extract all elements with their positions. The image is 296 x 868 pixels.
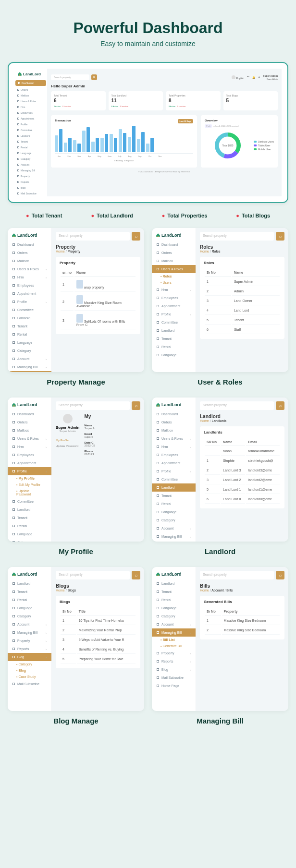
expand-icon[interactable]: ⛶ (247, 76, 249, 79)
table-row[interactable]: 3Land Owner (205, 297, 280, 305)
search-input[interactable]: Search property (56, 571, 130, 579)
sidebar-item-rental[interactable]: Rental (14, 145, 47, 150)
table-row[interactable]: 2Maximizing Your Rental Prop (61, 626, 136, 635)
sidebar-item[interactable]: Profile› (152, 467, 196, 475)
sidebar-item[interactable]: Mailbox (152, 426, 196, 434)
table-row[interactable]: 5Land Lord 1landlord1@eme (205, 485, 280, 494)
sidebar-item[interactable]: Language (8, 530, 51, 538)
sidebar-item-profile[interactable]: Profile (14, 121, 47, 127)
sidebar-item[interactable]: Reports› (152, 657, 196, 665)
sidebar-item-property[interactable]: Property (14, 173, 47, 179)
table-row[interactable]: 35 Ways to Add Value to Your R (61, 636, 136, 644)
sidebar-item[interactable]: Category (8, 538, 51, 542)
sidebar-item[interactable]: Account› (8, 355, 51, 363)
sidebar-item[interactable]: Users & Roles› (8, 265, 51, 273)
table-row[interactable]: 3Land Lord 2landlord2@eme (205, 476, 280, 484)
sidebar-item[interactable]: Language (152, 604, 196, 612)
submenu-item[interactable]: • Generate Bill (152, 643, 196, 649)
sidebar-item[interactable]: Tenant (152, 492, 196, 500)
sidebar-item[interactable]: Mail Subscribe (8, 680, 51, 688)
submenu-item[interactable]: • Case Study (8, 674, 51, 680)
sidebar-item[interactable]: Language (8, 604, 51, 612)
sidebar-item[interactable]: Account› (152, 620, 196, 628)
sidebar-item-mail-subscribe[interactable]: Mail Subscribe (14, 191, 47, 196)
search-input[interactable]: Search property (200, 232, 274, 241)
table-row[interactable]: 2Massive King Size Bedroom (205, 626, 280, 635)
sidebar-item[interactable]: Hrm› (152, 443, 196, 451)
sidebar-item-category[interactable]: Category (14, 156, 47, 162)
sidebar-item[interactable]: Managing Bill› (152, 628, 196, 637)
sidebar-item-committee[interactable]: Committee (14, 127, 47, 133)
sidebar-item[interactable]: Landlord (8, 579, 51, 588)
sidebar-item[interactable]: Category (152, 516, 196, 524)
table-row[interactable]: 1Stephiestephiekgooch@ (205, 457, 280, 465)
sidebar-item[interactable]: Employees (152, 294, 196, 302)
sidebar-item[interactable]: Employees (152, 451, 196, 459)
bell-icon[interactable]: 🔔 (252, 76, 255, 79)
sidebar-item-language[interactable]: Language (14, 150, 47, 156)
sidebar-item[interactable]: Category (8, 347, 51, 355)
sidebar-item[interactable]: Rental (152, 343, 196, 351)
sidebar-item[interactable]: Property› (8, 637, 51, 645)
sidebar-item[interactable]: Language (152, 508, 196, 516)
search-button[interactable] (91, 74, 97, 80)
table-row[interactable]: 1Super Admin (205, 277, 280, 286)
sidebar-item[interactable]: Landlord (152, 579, 196, 588)
sidebar-item[interactable]: Mail Subscribe (152, 674, 196, 682)
sidebar-item[interactable]: Home Page (152, 682, 196, 690)
sidebar-item-employees[interactable]: Employees (14, 110, 47, 116)
sidebar-item-orders[interactable]: Orders (14, 87, 47, 93)
sidebar-item[interactable]: Tenant (152, 335, 196, 343)
sidebar-item[interactable]: Mailbox (8, 257, 51, 265)
submenu-item[interactable]: • Blog (8, 667, 51, 674)
sidebar-item-reports[interactable]: Reports (14, 179, 47, 185)
sidebar-item[interactable]: Orders (8, 249, 51, 257)
submenu-item[interactable]: • Bill List (152, 637, 196, 643)
table-row[interactable]: 5Tenant (205, 316, 280, 325)
sidebar-item[interactable]: Profile› (152, 310, 196, 318)
sidebar-item[interactable]: Rental (152, 500, 196, 508)
lang-selector[interactable]: English (232, 75, 244, 80)
search-button[interactable]: ⌕ (132, 401, 140, 410)
sidebar-item[interactable]: Rental (152, 596, 196, 604)
period-pill[interactable]: Last 12 Days (178, 119, 193, 123)
sidebar-item[interactable]: Reports› (8, 645, 51, 653)
table-row[interactable]: 6Land Lord 0landlord0@eme (205, 495, 280, 504)
sidebar-item[interactable]: Landlord (152, 326, 196, 335)
sidebar-item[interactable]: Dashboard (8, 410, 51, 418)
sidebar-item[interactable]: Blog› (8, 653, 51, 661)
sidebar-item-dashboard[interactable]: Dashboard (15, 80, 46, 86)
sidebar-item[interactable]: Dashboard (8, 241, 51, 249)
sidebar-item[interactable]: Rental (8, 330, 51, 338)
sidebar-item-account[interactable]: Account (14, 162, 47, 168)
sidebar-item[interactable]: Profile› (8, 467, 51, 475)
table-row[interactable]: 3 Set/Lots Of rooms with Bills From C (61, 312, 136, 329)
sidebar-item[interactable]: Blog› (152, 665, 196, 674)
sidebar-item-blog[interactable]: Blog (14, 185, 47, 191)
sidebar-item[interactable]: Landlord (8, 314, 51, 322)
sidebar-item-users-roles[interactable]: Users & Roles (14, 98, 47, 104)
table-row[interactable]: 2 Massive King Size Room Available 1 (61, 293, 136, 311)
sidebar-item[interactable]: Orders (152, 418, 196, 426)
sidebar-item[interactable]: Language (8, 338, 51, 347)
sidebar-item[interactable]: Category (8, 612, 51, 620)
sidebar-item[interactable]: Users & Roles› (8, 434, 51, 443)
sidebar-item[interactable]: Orders (152, 249, 196, 257)
sidebar-item[interactable]: Rental (8, 522, 51, 530)
table-row[interactable]: 110 Tips for First-Time Homebu (61, 616, 136, 625)
sidebar-item[interactable]: Hrm› (152, 286, 196, 294)
sidebar-item[interactable]: Users & Roles› (152, 434, 196, 443)
sidebar-item[interactable]: Landlord (8, 506, 51, 514)
sidebar-item[interactable]: Employees (8, 451, 51, 459)
sidebar-item[interactable]: Appointment (152, 459, 196, 467)
sidebar-item-appointment[interactable]: Appointment (14, 116, 47, 121)
sidebar-item[interactable]: Property› (8, 371, 51, 372)
sidebar-item[interactable]: Profile› (8, 298, 51, 306)
submenu-item[interactable]: • Update Password (8, 488, 51, 497)
sidebar-item[interactable]: Managing Bill› (8, 628, 51, 637)
submenu-item[interactable]: • Roles (152, 273, 196, 279)
sidebar-item[interactable]: Users & Roles› (152, 265, 196, 273)
table-row[interactable]: rohanrohankumarname (205, 447, 280, 456)
sidebar-item[interactable]: Committee (152, 318, 196, 326)
search-input[interactable]: Search property (56, 232, 130, 241)
